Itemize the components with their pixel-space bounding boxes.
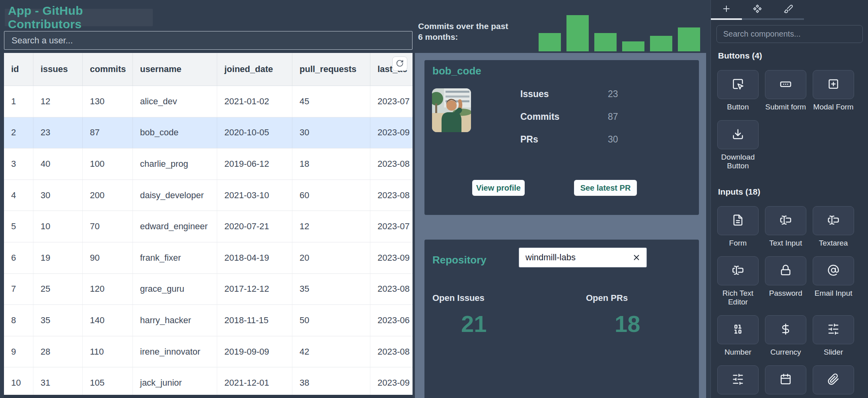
- cell-username: edward_engineer: [133, 211, 217, 242]
- cell-id: 5: [4, 211, 33, 242]
- bar-commits: [539, 33, 561, 51]
- component-item: Textarea: [813, 206, 854, 248]
- table-row[interactable]: 835140harry_hacker2018-11-15502023-06: [4, 305, 413, 336]
- brush-icon: [784, 4, 793, 15]
- table-row[interactable]: 22387bob_code2020-10-05302023-09: [4, 117, 413, 149]
- component-card-textarea[interactable]: [813, 206, 854, 235]
- sliders-icon: [732, 373, 744, 387]
- component-label: Slider: [808, 348, 859, 357]
- table-row[interactable]: 725120grace_guru2017-12-12352023-08: [4, 274, 413, 305]
- table-row[interactable]: 340100charlie_prog2019-06-12182023-08: [4, 148, 413, 180]
- component-card-currency[interactable]: [765, 315, 806, 344]
- component-label: Modal Form: [808, 103, 859, 111]
- component-card-text-input[interactable]: [765, 206, 806, 235]
- cell-issues: 12: [33, 86, 83, 117]
- column-header-username[interactable]: username: [133, 53, 217, 86]
- component-card-unlabeled[interactable]: [717, 365, 759, 394]
- user-search-input[interactable]: [4, 31, 413, 50]
- cell-username: grace_guru: [133, 274, 217, 305]
- stat-label: Issues: [520, 89, 608, 100]
- cell-issues: 31: [33, 367, 83, 398]
- app-canvas: App - GitHub Contributors idissuescommit…: [0, 0, 868, 398]
- repository-input[interactable]: [519, 252, 632, 263]
- table-row[interactable]: 112130alice_dev2021-01-02452023-07: [4, 86, 413, 117]
- column-header-issues[interactable]: issues: [33, 53, 83, 86]
- bar-commits: [594, 33, 617, 51]
- table-body: 112130alice_dev2021-01-02452023-0722387b…: [4, 86, 413, 398]
- table-row[interactable]: 61990frank_fixer2018-04-19202023-09: [4, 242, 413, 274]
- component-label: Number: [712, 348, 764, 357]
- open-prs-value: 18: [615, 310, 640, 337]
- component-card-modal-form[interactable]: [813, 70, 854, 99]
- component-item: Download Button: [717, 120, 759, 170]
- table-row[interactable]: 51070edward_engineer2020-07-21122023-07: [4, 211, 413, 242]
- component-item: [813, 365, 854, 398]
- table-row[interactable]: 430200daisy_developer2021-03-10602023-08: [4, 180, 413, 211]
- table-row[interactable]: 1031105jack_junior2021-12-01382023-09: [4, 367, 413, 398]
- component-card-number[interactable]: [717, 315, 759, 344]
- component-grid: ButtonSubmit formModal FormDownload Butt…: [717, 70, 862, 179]
- component-card-slider[interactable]: [813, 315, 854, 344]
- cell-joined_date: 2021-01-02: [217, 86, 292, 117]
- cell-commits: 130: [83, 86, 133, 117]
- cell-username: alice_dev: [133, 86, 217, 117]
- download-icon: [732, 128, 744, 142]
- stat-value: 23: [608, 89, 618, 100]
- component-item: [717, 365, 759, 398]
- components-icon: [753, 4, 762, 15]
- component-item: Email Input: [813, 256, 854, 306]
- component-card-unlabeled[interactable]: [813, 365, 854, 394]
- cell-last_ac: 2023-08: [370, 336, 413, 367]
- cell-username: frank_fixer: [133, 242, 217, 273]
- cell-last_ac: 2023-06: [370, 305, 413, 336]
- bar-commits: [678, 27, 700, 51]
- component-card-unlabeled[interactable]: [765, 365, 806, 394]
- cell-joined_date: 2018-04-19: [217, 242, 292, 273]
- component-card-email-input[interactable]: [813, 256, 854, 285]
- column-header-pull_requests[interactable]: pull_requests: [292, 53, 370, 86]
- view-profile-button[interactable]: View profile: [472, 180, 525, 196]
- clear-icon[interactable]: [632, 253, 641, 262]
- component-card-submit-form[interactable]: [765, 70, 806, 99]
- cell-commits: 110: [83, 336, 133, 367]
- component-card-rich-text-editor[interactable]: [717, 256, 759, 285]
- palette-tab-components[interactable]: [742, 0, 773, 20]
- cell-last_ac: 2023-07: [370, 211, 413, 242]
- table-row[interactable]: 928110irene_innovator2019-09-09422023-08: [4, 336, 413, 368]
- component-item: Submit form: [765, 70, 806, 111]
- cell-pull_requests: 38: [292, 367, 370, 398]
- component-item: Currency: [765, 315, 806, 357]
- component-card-form[interactable]: [717, 206, 759, 235]
- component-card-download-button[interactable]: [717, 120, 759, 149]
- table-footer-bar: [4, 395, 413, 398]
- component-item: Form: [717, 206, 759, 248]
- cell-username: bob_code: [133, 117, 217, 148]
- component-card-password[interactable]: [765, 256, 806, 285]
- repository-input-wrap: [519, 248, 647, 267]
- stat-label: Commits: [520, 111, 608, 122]
- bar-commits: [650, 36, 672, 51]
- see-latest-pr-button[interactable]: See latest PR: [574, 180, 637, 196]
- column-header-joined_date[interactable]: joined_date: [217, 53, 292, 86]
- cell-joined_date: 2020-10-05: [217, 117, 292, 148]
- component-search-input[interactable]: [716, 25, 863, 43]
- palette-tab-plus[interactable]: [711, 0, 742, 20]
- text-cursor-input-icon: [780, 214, 792, 228]
- stat-value: 87: [608, 111, 618, 122]
- refresh-button[interactable]: [392, 57, 407, 71]
- button-pointer-icon: [732, 78, 744, 92]
- stat-label: PRs: [520, 134, 608, 145]
- section-heading: Buttons (4): [718, 51, 862, 60]
- component-item: Button: [717, 70, 759, 111]
- cell-pull_requests: 50: [292, 305, 370, 336]
- column-header-id[interactable]: id: [4, 53, 33, 86]
- component-card-button[interactable]: [717, 70, 759, 99]
- component-label: Button: [712, 103, 764, 111]
- chart-strip: Commits over the past 6 months:: [415, 0, 710, 53]
- palette-tab-brush[interactable]: [773, 0, 804, 20]
- cell-id: 3: [4, 148, 33, 179]
- cell-last_ac: 2023-09: [370, 117, 413, 148]
- cell-joined_date: 2020-07-21: [217, 211, 292, 242]
- component-label: Password: [760, 289, 812, 298]
- column-header-commits[interactable]: commits: [83, 53, 133, 86]
